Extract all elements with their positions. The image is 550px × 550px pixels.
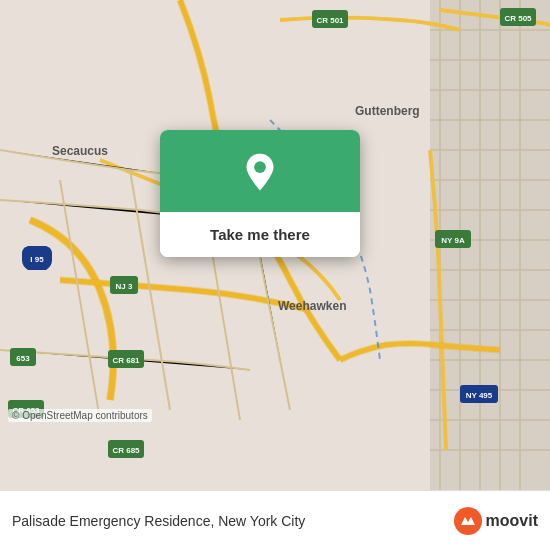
moovit-label: moovit bbox=[486, 512, 538, 530]
map-container: CR 501 CR 505 I 95 NJ 3 CR 681 653 CR 65… bbox=[0, 0, 550, 490]
moovit-logo: moovit bbox=[454, 507, 538, 535]
svg-text:CR 501: CR 501 bbox=[316, 16, 344, 25]
svg-text:NY 9A: NY 9A bbox=[441, 236, 465, 245]
svg-text:NJ 3: NJ 3 bbox=[116, 282, 133, 291]
svg-text:Secaucus: Secaucus bbox=[52, 144, 108, 158]
svg-text:Guttenberg: Guttenberg bbox=[355, 104, 420, 118]
copyright-text: © OpenStreetMap contributors bbox=[8, 409, 152, 422]
location-card: Take me there bbox=[160, 130, 360, 257]
place-name: Palisade Emergency Residence, New York C… bbox=[12, 513, 446, 529]
location-pin-icon bbox=[239, 152, 281, 194]
take-me-there-button[interactable]: Take me there bbox=[160, 212, 360, 257]
moovit-icon bbox=[454, 507, 482, 535]
svg-text:CR 505: CR 505 bbox=[504, 14, 532, 23]
svg-text:CR 681: CR 681 bbox=[112, 356, 140, 365]
svg-text:Weehawken: Weehawken bbox=[278, 299, 346, 313]
svg-text:CR 685: CR 685 bbox=[112, 446, 140, 455]
svg-text:653: 653 bbox=[16, 354, 30, 363]
card-header bbox=[160, 130, 360, 212]
svg-point-50 bbox=[454, 507, 482, 535]
svg-point-49 bbox=[254, 161, 266, 173]
svg-text:I 95: I 95 bbox=[30, 255, 44, 264]
svg-text:NY 495: NY 495 bbox=[466, 391, 493, 400]
bottom-bar: Palisade Emergency Residence, New York C… bbox=[0, 490, 550, 550]
